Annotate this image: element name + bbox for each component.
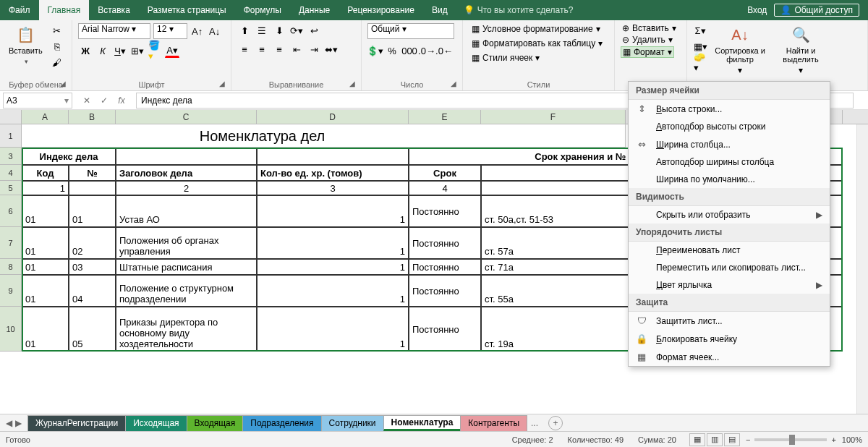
underline-button[interactable]: Ч▾ [113, 43, 127, 58]
cell-styles-button[interactable]: ▦Стили ячеек▾ [469, 52, 542, 64]
cut-button[interactable]: ✂ [50, 23, 64, 38]
number-format-select[interactable]: Общий ▾ [367, 23, 454, 39]
sheet-tab-Входящая[interactable]: Входящая [187, 415, 244, 431]
col-header-d[interactable]: D [257, 110, 409, 124]
cell-C4[interactable]: Заголовок дела [116, 165, 257, 181]
sheet-nav-next[interactable]: ▶ [15, 418, 22, 428]
cell-A9[interactable]: 01 [22, 275, 69, 307]
tell-me[interactable]: 💡 Что вы хотите сделать? [456, 5, 581, 15]
cell-B4[interactable]: № [69, 165, 116, 181]
cell-E4[interactable]: Срок [409, 165, 481, 181]
menu-autofit-col[interactable]: Автоподбор ширины столбца [629, 153, 830, 171]
col-header-a[interactable]: A [22, 110, 69, 124]
col-header-b[interactable]: B [69, 110, 116, 124]
col-header-f[interactable]: F [481, 110, 626, 124]
tab-page-layout[interactable]: Разметка страницы [139, 0, 235, 20]
sheets-overflow[interactable]: ... [531, 418, 538, 428]
conditional-formatting-button[interactable]: ▦Условное форматирование▾ [469, 23, 603, 35]
increase-font-button[interactable]: A↑ [190, 24, 205, 38]
cell-C3[interactable] [116, 148, 257, 165]
cell-D8[interactable]: 1 [257, 259, 409, 275]
font-color-button[interactable]: A▾ [165, 43, 179, 58]
add-sheet-button[interactable]: + [548, 416, 563, 430]
row-header-3[interactable]: 3 [0, 148, 22, 165]
cell-E7[interactable]: Постоянно [409, 227, 481, 259]
menu-format-cells[interactable]: ▦Формат ячеек... [629, 348, 830, 366]
zoom-slider[interactable] [754, 438, 827, 441]
cell-C6[interactable]: Устав АО [116, 195, 257, 227]
share-button[interactable]: 👤 Общий доступ [774, 4, 859, 17]
row-header-6[interactable]: 6 [0, 195, 22, 227]
increase-decimal-button[interactable]: .0→ [420, 43, 434, 58]
launcher-icon[interactable]: ◢ [451, 80, 456, 88]
bold-button[interactable]: Ж [78, 43, 93, 58]
launcher-icon[interactable]: ◢ [349, 80, 355, 88]
cell-A3[interactable]: Индекс дела [22, 148, 116, 165]
cell-C9[interactable]: Положение о структурном подразделении [116, 275, 257, 307]
zoom-out-button[interactable]: − [746, 435, 750, 444]
format-as-table-button[interactable]: ▦Форматировать как таблицу▾ [469, 38, 605, 49]
row-header-4[interactable]: 4 [0, 165, 22, 181]
decrease-decimal-button[interactable]: .0← [437, 43, 451, 58]
launcher-icon[interactable]: ◢ [219, 80, 225, 88]
sheet-tab-Исходящая[interactable]: Исходящая [125, 415, 187, 431]
cell-D6[interactable]: 1 [257, 195, 409, 227]
menu-default-width[interactable]: Ширина по умолчанию... [629, 171, 830, 188]
decrease-indent-button[interactable]: ⇤ [289, 42, 304, 56]
align-left-button[interactable]: ≡ [237, 42, 252, 56]
tab-insert[interactable]: Вставка [89, 0, 139, 20]
cell-D3[interactable] [257, 148, 409, 165]
cell-C1[interactable]: Номенклатура дел [116, 124, 409, 148]
insert-cells-button[interactable]: ⊕Вставить▾ [621, 23, 678, 33]
cell-B7[interactable]: 02 [69, 227, 116, 259]
fx-button[interactable]: fx [114, 95, 129, 106]
cell-C5[interactable]: 2 [116, 181, 257, 195]
cell-A6[interactable]: 01 [22, 195, 69, 227]
cell-B10[interactable]: 05 [69, 307, 116, 352]
cell-A7[interactable]: 01 [22, 227, 69, 259]
sheet-tab-Контрагенты[interactable]: Контрагенты [460, 415, 527, 431]
tab-review[interactable]: Рецензирование [339, 0, 423, 20]
align-top-button[interactable]: ⬆ [237, 23, 252, 38]
cell-A8[interactable]: 01 [22, 259, 69, 275]
select-all-corner[interactable] [0, 110, 22, 124]
find-select-button[interactable]: 🔍 Найти и выделить▾ [773, 23, 829, 77]
accounting-button[interactable]: 💲▾ [367, 43, 382, 58]
orientation-button[interactable]: ⟳▾ [289, 23, 304, 38]
clear-button[interactable]: 🧽▾ [693, 55, 707, 69]
font-size-select[interactable]: 12 ▾ [153, 23, 187, 39]
cell-B8[interactable]: 03 [69, 259, 116, 275]
row-header-5[interactable]: 5 [0, 181, 22, 195]
cell-D4[interactable]: Кол-во ед. хр. (томов) [257, 165, 409, 181]
merge-button[interactable]: ⬌▾ [324, 42, 339, 56]
tab-home[interactable]: Главная [39, 0, 90, 20]
sheet-tab-Номенклатура[interactable]: Номенклатура [383, 415, 461, 431]
cell-B9[interactable]: 04 [69, 275, 116, 307]
row-header-1[interactable]: 1 [0, 124, 22, 148]
cell-A10[interactable]: 01 [22, 307, 69, 352]
cell-D5[interactable]: 3 [257, 181, 409, 195]
autosum-button[interactable]: Σ▾ [693, 23, 707, 38]
comma-button[interactable]: 000 [402, 43, 417, 58]
percent-button[interactable]: % [385, 43, 399, 58]
increase-indent-button[interactable]: ⇥ [307, 42, 321, 56]
menu-lock-cell[interactable]: 🔒Блокировать ячейку [629, 330, 830, 348]
delete-cells-button[interactable]: ⊖Удалить▾ [621, 35, 674, 45]
align-center-button[interactable]: ≡ [255, 42, 269, 56]
cell-E9[interactable]: Постоянно [409, 275, 481, 307]
col-header-e[interactable]: E [409, 110, 481, 124]
format-painter-button[interactable]: 🖌 [50, 55, 64, 69]
row-header-7[interactable]: 7 [0, 227, 22, 259]
view-page-layout-button[interactable]: ▥ [707, 433, 723, 446]
cell-D7[interactable]: 1 [257, 227, 409, 259]
cell-D10[interactable]: 1 [257, 307, 409, 352]
tab-formulas[interactable]: Формулы [235, 0, 290, 20]
sheet-tab-Подразделения[interactable]: Подразделения [242, 415, 321, 431]
copy-button[interactable]: ⎘ [50, 39, 64, 54]
row-header-10[interactable]: 10 [0, 307, 22, 352]
menu-autofit-row[interactable]: Автоподбор высоты строки [629, 118, 830, 135]
menu-rename-sheet[interactable]: Переименовать лист [629, 242, 830, 259]
align-right-button[interactable]: ≡ [272, 42, 286, 56]
decrease-font-button[interactable]: A↓ [208, 24, 222, 38]
format-cells-button[interactable]: ▦Формат▾ [621, 46, 674, 58]
